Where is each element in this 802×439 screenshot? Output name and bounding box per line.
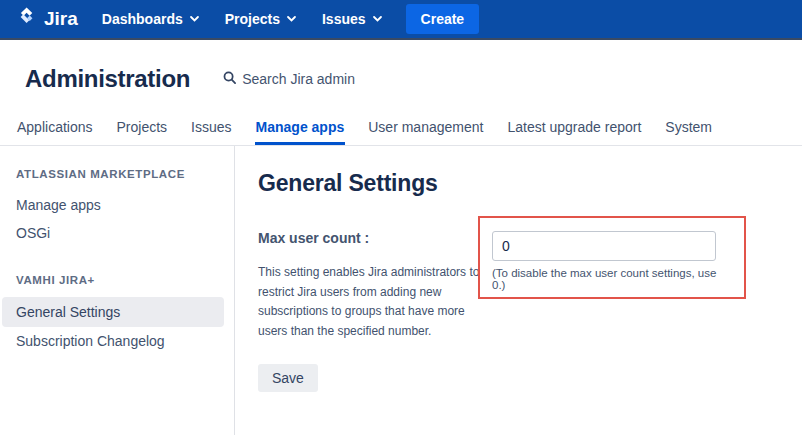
admin-header: Administration Search Jira admin bbox=[0, 40, 802, 93]
tab-latest-upgrade-report[interactable]: Latest upgrade report bbox=[506, 115, 642, 145]
search-icon bbox=[223, 71, 236, 87]
menu-projects-label: Projects bbox=[225, 11, 280, 27]
tab-system[interactable]: System bbox=[664, 115, 713, 145]
sidebar-heading-vamhi: VAMHI JIRA+ bbox=[0, 274, 234, 286]
content-area: ATLASSIAN MARKETPLACE Manage apps OSGi V… bbox=[0, 146, 802, 435]
page-title: Administration bbox=[25, 65, 190, 93]
chevron-down-icon bbox=[287, 16, 296, 22]
tab-projects[interactable]: Projects bbox=[116, 115, 169, 145]
sidebar-item-osgi[interactable]: OSGi bbox=[2, 219, 224, 247]
brand-label: Jira bbox=[44, 8, 78, 30]
create-button[interactable]: Create bbox=[406, 4, 480, 34]
sidebar-section-vamhi: VAMHI JIRA+ General Settings Subscriptio… bbox=[0, 274, 234, 355]
sidebar-heading-marketplace: ATLASSIAN MARKETPLACE bbox=[0, 168, 234, 180]
annotation-highlight-box: (To disable the max user count settings,… bbox=[478, 216, 746, 299]
tab-user-management[interactable]: User management bbox=[367, 115, 484, 145]
menu-dashboards-label: Dashboards bbox=[102, 11, 183, 27]
sidebar-item-subscription-changelog[interactable]: Subscription Changelog bbox=[2, 327, 224, 355]
sidebar: ATLASSIAN MARKETPLACE Manage apps OSGi V… bbox=[0, 146, 235, 435]
tab-manage-apps[interactable]: Manage apps bbox=[255, 115, 346, 145]
max-user-count-field-row: Max user count : This setting enables Ji… bbox=[258, 230, 495, 341]
field-left-column: Max user count : This setting enables Ji… bbox=[258, 230, 495, 341]
menu-dashboards[interactable]: Dashboards bbox=[102, 11, 199, 27]
navbar-menu: Dashboards Projects Issues bbox=[102, 11, 382, 27]
max-user-count-description: This setting enables Jira administrators… bbox=[258, 263, 495, 341]
menu-issues[interactable]: Issues bbox=[322, 11, 382, 27]
admin-search[interactable]: Search Jira admin bbox=[223, 71, 355, 87]
chevron-down-icon bbox=[190, 16, 199, 22]
search-placeholder: Search Jira admin bbox=[242, 71, 355, 87]
max-user-count-input[interactable] bbox=[492, 231, 716, 261]
sidebar-section-marketplace: ATLASSIAN MARKETPLACE Manage apps OSGi bbox=[0, 168, 234, 247]
menu-issues-label: Issues bbox=[322, 11, 366, 27]
sidebar-item-manage-apps[interactable]: Manage apps bbox=[2, 191, 224, 219]
menu-projects[interactable]: Projects bbox=[225, 11, 296, 27]
sidebar-item-general-settings[interactable]: General Settings bbox=[2, 297, 224, 327]
settings-title: General Settings bbox=[258, 170, 495, 197]
jira-logo[interactable]: Jira bbox=[16, 6, 78, 32]
chevron-down-icon bbox=[373, 16, 382, 22]
jira-logo-icon bbox=[16, 6, 37, 32]
tab-applications[interactable]: Applications bbox=[16, 115, 94, 145]
tab-issues[interactable]: Issues bbox=[190, 115, 232, 145]
main-panel: General Settings Max user count : This s… bbox=[235, 146, 495, 435]
max-user-count-hint: (To disable the max user count settings,… bbox=[492, 267, 732, 291]
max-user-count-label: Max user count : bbox=[258, 230, 495, 246]
save-button[interactable]: Save bbox=[258, 364, 318, 392]
top-navbar: Jira Dashboards Projects Issues Create bbox=[0, 0, 802, 40]
admin-tab-bar: Applications Projects Issues Manage apps… bbox=[0, 115, 802, 146]
